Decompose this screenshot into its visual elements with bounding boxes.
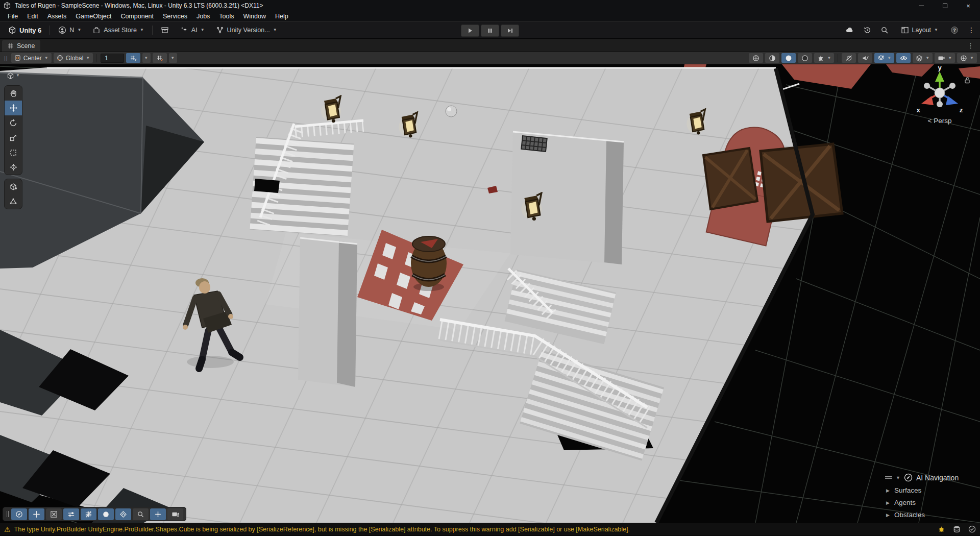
overlay-drag-handle[interactable] <box>6 511 10 517</box>
panel-kebab-menu-icon[interactable]: ⋮ <box>967 42 978 52</box>
prograids-button[interactable] <box>115 508 131 520</box>
asset-store-button[interactable]: Asset Store ▼ <box>89 24 147 36</box>
grid-snapping-dropdown[interactable]: ▼ <box>142 53 151 63</box>
camera-settings-dropdown[interactable]: ▼ <box>935 53 955 63</box>
scene-viewport[interactable]: ▼ <box>0 64 980 523</box>
gizmo-y-axis[interactable] <box>935 71 944 82</box>
grid-disable-button[interactable] <box>46 508 62 520</box>
progress-check-icon[interactable] <box>968 525 976 533</box>
menu-file[interactable]: File <box>3 12 22 21</box>
grid-visibility-toggle[interactable] <box>153 53 167 63</box>
gizmo-neg-y[interactable] <box>937 101 943 107</box>
debugger-bug-icon[interactable] <box>938 525 945 533</box>
package-manager-button[interactable] <box>158 24 172 36</box>
polyshape-tool-button[interactable] <box>5 194 22 209</box>
search-icon[interactable] <box>880 26 889 34</box>
gizmos-dropdown[interactable]: ▼ <box>957 53 977 63</box>
scene-3d-render[interactable] <box>0 64 980 523</box>
close-button[interactable]: × <box>957 0 980 11</box>
view-tool-button[interactable] <box>5 86 22 101</box>
lock-icon[interactable] <box>964 77 971 84</box>
transform-tool-button[interactable] <box>5 160 22 175</box>
menu-assets[interactable]: Assets <box>43 12 71 21</box>
gizmo-neg-z[interactable] <box>924 83 930 89</box>
probuilder-tool-button[interactable] <box>5 179 22 194</box>
minimize-button[interactable] <box>910 0 933 11</box>
unity-version-control-button[interactable]: Unity Version... ▼ <box>213 24 280 36</box>
menu-window[interactable]: Window <box>239 12 271 21</box>
probuilder-select-mode-button[interactable] <box>11 508 27 520</box>
menu-services[interactable]: Services <box>158 12 192 21</box>
step-button[interactable] <box>501 25 519 37</box>
chevron-down-icon: ▼ <box>273 28 277 32</box>
overlay-drag-handle[interactable] <box>885 476 892 479</box>
sphere-mode-button[interactable] <box>98 508 114 520</box>
chevron-down-icon: ▼ <box>86 56 90 60</box>
draw-mode-button[interactable] <box>749 53 763 63</box>
layers-dropdown[interactable]: ▼ <box>913 53 933 63</box>
menu-component[interactable]: Component <box>116 12 158 21</box>
audio-mute-toggle[interactable] <box>858 53 872 63</box>
tab-scene[interactable]: Scene <box>2 40 40 52</box>
menu-tools[interactable]: Tools <box>214 12 238 21</box>
menu-edit[interactable]: Edit <box>22 12 43 21</box>
pivot-move-button[interactable] <box>150 508 166 520</box>
tool-context-dropdown[interactable]: ▼ <box>4 69 22 82</box>
wooden-crate[interactable] <box>761 144 842 222</box>
tool-handle-rotation-button[interactable]: Global ▼ <box>54 53 93 63</box>
console-warning-message[interactable]: The type Unity.ProBuilder UnityEngine.Pr… <box>14 526 630 533</box>
vertex-move-button[interactable] <box>29 508 44 520</box>
gizmo-x-axis[interactable] <box>921 96 934 105</box>
gizmo-center[interactable] <box>935 88 945 98</box>
menu-jobs[interactable]: Jobs <box>192 12 214 21</box>
lighting-toggle[interactable] <box>765 53 779 63</box>
particles-dropdown[interactable]: ▼ <box>874 53 894 63</box>
history-icon[interactable] <box>863 26 871 34</box>
zoom-tool-button[interactable] <box>133 508 149 520</box>
kebab-menu-icon[interactable]: ⋮ <box>968 26 975 34</box>
account-button[interactable]: N ▼ <box>55 24 84 36</box>
pause-button[interactable] <box>481 25 499 37</box>
rect-tool-button[interactable] <box>5 145 22 160</box>
play-button[interactable] <box>461 25 479 37</box>
ai-nav-obstacles-row[interactable]: ▶ Obstacles <box>885 511 976 519</box>
unity-hub-button[interactable]: Unity 6 <box>5 24 44 36</box>
scale-tool-button[interactable] <box>5 130 22 145</box>
move-arrows-icon <box>33 510 40 518</box>
camera-snapshot-button[interactable] <box>167 508 183 520</box>
portcullis-grate[interactable] <box>521 136 547 152</box>
gizmo-z-axis[interactable] <box>946 96 958 105</box>
layout-dropdown[interactable]: Layout ▼ <box>898 24 941 36</box>
ai-nav-agents-row[interactable]: ▶ Agents <box>885 499 976 506</box>
grid-visibility-dropdown[interactable]: ▼ <box>169 53 177 63</box>
effects-dropdown[interactable]: ▼ <box>814 53 834 63</box>
ai-button[interactable]: AI ▼ <box>177 24 208 36</box>
move-tool-button[interactable] <box>5 101 22 115</box>
stone-pillar[interactable] <box>298 238 357 387</box>
menu-help[interactable]: Help <box>271 12 293 21</box>
skybox-toggle[interactable] <box>798 53 812 63</box>
grid-snap-increment-button[interactable] <box>81 508 96 520</box>
cloud-icon[interactable] <box>846 26 854 34</box>
grid-size-input[interactable] <box>101 54 124 63</box>
wooden-crate[interactable] <box>703 148 757 209</box>
menu-bar: File Edit Assets GameObject Component Se… <box>0 11 980 21</box>
hidden-objects-toggle[interactable] <box>842 53 856 63</box>
collapse-chevron-icon[interactable]: ▼ <box>896 475 900 480</box>
rotate-tool-button[interactable] <box>5 115 22 130</box>
snap-settings-button[interactable] <box>63 508 79 520</box>
stone-sphere[interactable] <box>446 106 457 117</box>
cache-server-icon[interactable] <box>953 525 961 533</box>
overlay-drag-handle[interactable]: || <box>3 55 9 61</box>
menu-gameobject[interactable]: GameObject <box>71 12 116 21</box>
scene-visibility-toggle[interactable] <box>896 53 911 63</box>
2d-mode-toggle[interactable] <box>781 53 796 63</box>
help-icon[interactable]: ? <box>950 26 959 34</box>
grid-snapping-toggle[interactable]: Y <box>126 53 140 63</box>
small-floor-opening[interactable] <box>254 179 280 193</box>
window-title: Tales of Rugen - SampleScene - Windows, … <box>15 2 263 9</box>
maximize-button[interactable] <box>933 0 957 11</box>
gizmo-neg-x[interactable] <box>949 83 955 89</box>
tool-handle-position-button[interactable]: Center ▼ <box>11 53 52 63</box>
ai-nav-surfaces-row[interactable]: ▶ Surfaces <box>885 486 976 494</box>
